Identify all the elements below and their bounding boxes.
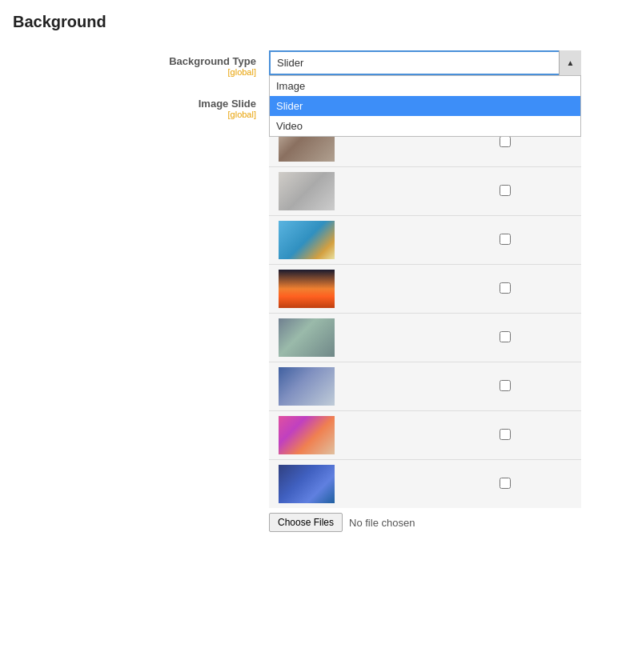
table-row (269, 167, 581, 216)
slide-delete-cell (429, 362, 581, 411)
image-slide-sub-label: [global] (13, 110, 256, 119)
delete-checkbox[interactable] (500, 234, 511, 245)
slide-thumbnail (279, 416, 335, 454)
slide-delete-cell (429, 265, 581, 314)
slide-delete-cell (429, 411, 581, 460)
slide-delete-cell (429, 460, 581, 509)
slide-image-cell (269, 460, 429, 509)
dropdown-option-image[interactable]: Image (270, 76, 580, 96)
slide-image-cell (269, 411, 429, 460)
slide-image-cell (269, 216, 429, 265)
table-row (269, 216, 581, 265)
background-type-control: Slider ▲ Image Slider Video (269, 50, 629, 75)
slide-delete-cell (429, 314, 581, 362)
image-slide-label-col: Image Slide [global] (13, 93, 269, 119)
dropdown-option-slider[interactable]: Slider (270, 96, 580, 116)
table-row (269, 265, 581, 314)
background-type-dropdown[interactable]: Slider ▲ Image Slider Video (269, 50, 581, 75)
dropdown-display[interactable]: Slider (269, 50, 581, 75)
no-file-label: No file chosen (349, 517, 415, 529)
slide-thumbnail (279, 172, 335, 210)
delete-checkbox[interactable] (500, 282, 511, 294)
table-row (269, 362, 581, 411)
dropdown-options: Image Slider Video (269, 75, 581, 137)
slide-thumbnail (279, 465, 335, 503)
table-row (269, 460, 581, 509)
slide-thumbnail (279, 318, 335, 357)
background-type-sub-label: [global] (13, 67, 256, 77)
delete-checkbox[interactable] (500, 478, 511, 489)
file-input-row: Choose Files No file chosen (269, 513, 629, 532)
dropdown-option-video[interactable]: Video (270, 116, 580, 136)
delete-checkbox[interactable] (500, 380, 511, 391)
slide-image-cell (269, 314, 429, 362)
slide-image-cell (269, 167, 429, 216)
table-row (269, 314, 581, 362)
slide-thumbnail (279, 221, 335, 259)
delete-checkbox[interactable] (500, 136, 511, 147)
image-slide-control: Image Delete Choose Files No file chosen (269, 93, 629, 532)
slide-table: Image Delete (269, 93, 581, 508)
table-row (269, 411, 581, 460)
background-type-label: Background Type (13, 55, 256, 67)
slide-thumbnail (279, 367, 335, 406)
delete-checkbox[interactable] (500, 331, 511, 342)
slide-thumbnail (279, 270, 335, 308)
image-slide-row: Image Slide [global] Image Delete Choose… (13, 93, 629, 532)
page-title: Background (13, 13, 629, 31)
choose-files-button[interactable]: Choose Files (269, 513, 343, 532)
form-section: Background Type [global] Slider ▲ Image … (13, 50, 629, 548)
dropdown-arrow-icon[interactable]: ▲ (559, 50, 581, 75)
delete-checkbox[interactable] (500, 429, 511, 440)
background-type-row: Background Type [global] Slider ▲ Image … (13, 50, 629, 77)
background-type-label-col: Background Type [global] (13, 50, 269, 77)
slide-delete-cell (429, 167, 581, 216)
delete-checkbox[interactable] (500, 185, 511, 196)
slide-image-cell (269, 265, 429, 314)
image-slide-label: Image Slide (13, 98, 256, 110)
slide-image-cell (269, 362, 429, 411)
slide-delete-cell (429, 216, 581, 265)
